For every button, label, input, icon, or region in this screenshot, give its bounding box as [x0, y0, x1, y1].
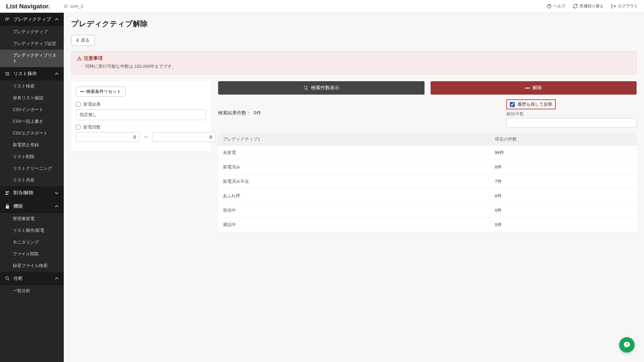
notice-box: 注意事項 同時に実行可能な件数は 100,000件までです。: [71, 51, 637, 74]
row-count: 94件: [490, 146, 637, 160]
sidebar-section-head[interactable]: 機能: [0, 200, 64, 213]
main-content: プレディクティブ解除 戻る 注意事項 同時に実行可能な件数は 100,000件ま…: [64, 13, 644, 362]
row-count: 0件: [490, 160, 637, 174]
warning-icon: [77, 56, 82, 61]
svg-point-5: [6, 191, 7, 193]
company-name: com_2: [70, 4, 83, 9]
history-checkbox-highlight[interactable]: 履歴も残して反映: [506, 99, 556, 109]
status-table: プレディクティブ1 現在の件数 未架電94件架電済み0件架電済み不在7件あふれ呼…: [218, 133, 637, 232]
sidebar-item[interactable]: CSVインポート: [0, 104, 64, 116]
call-result-checkbox[interactable]: [76, 102, 81, 107]
svg-rect-3: [5, 73, 9, 74]
table-row: 発信中0件: [218, 203, 637, 218]
call-result-checkbox-label[interactable]: 架電結果: [76, 101, 206, 107]
minus-icon: [80, 90, 84, 94]
result-panel: 検索件数表示 解除 検索結果件数： 0件: [218, 81, 637, 232]
sidebar-item[interactable]: 架電禁止登録: [0, 139, 64, 151]
sidebar-item[interactable]: リスト共有: [0, 174, 64, 186]
release-button[interactable]: 解除: [431, 81, 637, 95]
sidebar-item[interactable]: 管理者架電: [0, 213, 64, 225]
sidebar: プレディクティブプレディクティブプレディクティブ設定プレディクティブリストリスト…: [0, 13, 64, 362]
search-count-button[interactable]: 検索件数表示: [218, 81, 425, 95]
row-name: 通話中: [218, 218, 490, 232]
table-header-count: 現在の件数: [490, 133, 637, 146]
row-count: 0件: [490, 203, 637, 218]
chevron-down-icon: [54, 191, 59, 195]
call-result-select[interactable]: 指定無し: [76, 109, 206, 120]
table-row: 架電済み0件: [218, 160, 637, 174]
section-icon: [5, 204, 10, 209]
cube-icon: [63, 4, 68, 9]
section-icon: [5, 71, 10, 76]
sidebar-item[interactable]: 録音ファイル検索: [0, 260, 64, 272]
sidebar-item[interactable]: リスト製作/架電: [0, 225, 64, 237]
company-selector[interactable]: com_2: [63, 4, 83, 9]
range-to-input[interactable]: [152, 132, 216, 142]
svg-rect-2: [5, 72, 9, 72]
table-row: 未架電94件: [218, 146, 637, 160]
table-row: 通話中0件: [218, 218, 637, 232]
search-panel: 検索条件リセット 架電結果 指定無し 架電回数: [71, 81, 211, 151]
sidebar-item[interactable]: リスト削除: [0, 151, 64, 163]
sidebar-section-head[interactable]: リスト操作: [0, 67, 64, 81]
svg-rect-4: [5, 75, 9, 75]
help-icon: [547, 4, 552, 9]
row-name: 架電済み不在: [218, 174, 490, 189]
sidebar-item[interactable]: プレディクティブ: [0, 26, 64, 38]
row-count: 7件: [490, 174, 637, 189]
header-bar: List Navigator. com_2 ヘルプ 所属切り替え ログアウト: [0, 0, 644, 13]
reset-button[interactable]: 検索条件リセット: [76, 87, 126, 97]
sidebar-item[interactable]: CSVエクスポート: [0, 127, 64, 139]
sidebar-item[interactable]: CSV一括上書き: [0, 116, 64, 127]
sidebar-item[interactable]: 一覧分析: [0, 285, 64, 297]
row-name: 発信中: [218, 203, 490, 218]
sidebar-item[interactable]: 保有リスト確認: [0, 92, 64, 104]
sidebar-item[interactable]: ファイル閲覧: [0, 248, 64, 260]
release-count-input[interactable]: [506, 118, 637, 128]
app-logo: List Navigator.: [6, 3, 50, 10]
back-button[interactable]: 戻る: [71, 35, 95, 46]
sidebar-item[interactable]: リストクリーニング: [0, 163, 64, 174]
svg-point-1: [7, 19, 8, 20]
sidebar-item[interactable]: プレディクティブリスト: [0, 50, 64, 67]
switch-link[interactable]: 所属切り替え: [573, 3, 604, 9]
table-row: あふれ呼0件: [218, 189, 637, 203]
row-name: 架電済み: [218, 160, 490, 174]
chat-help-icon: [623, 341, 631, 349]
section-icon: [5, 17, 10, 22]
help-link[interactable]: ヘルプ: [547, 3, 565, 9]
table-header-name: プレディクティブ1: [218, 133, 490, 146]
range-separator: 〜: [144, 134, 148, 140]
row-count: 0件: [490, 218, 637, 232]
table-row: 架電済み不在7件: [218, 174, 637, 189]
section-icon: [5, 276, 10, 281]
chevron-left-icon: [76, 38, 80, 42]
call-count-checkbox[interactable]: [76, 125, 81, 130]
minus-icon: [525, 86, 530, 91]
row-name: あふれ呼: [218, 189, 490, 203]
svg-rect-9: [525, 88, 530, 89]
chevron-up-icon: [54, 17, 59, 22]
sidebar-item[interactable]: リスト検索: [0, 81, 64, 92]
logout-icon: [611, 4, 616, 9]
notice-body: 同時に実行可能な件数は 100,000件までです。: [77, 63, 631, 69]
sidebar-section-head[interactable]: 分析: [0, 272, 64, 285]
result-count: 検索結果件数： 0件: [218, 99, 261, 116]
help-fab[interactable]: [619, 337, 635, 353]
page-title: プレディクティブ解除: [71, 19, 637, 29]
sidebar-section-head[interactable]: プレディクティブ: [0, 13, 64, 26]
history-checkbox[interactable]: [510, 102, 515, 107]
chevron-up-icon: [54, 276, 59, 281]
sidebar-section-head[interactable]: 割当/解除: [0, 186, 64, 200]
chevron-up-icon: [54, 204, 59, 209]
notice-title: 注意事項: [77, 55, 631, 61]
search-icon: [303, 86, 308, 91]
row-count: 0件: [490, 189, 637, 203]
chevron-up-icon: [54, 71, 59, 76]
logout-link[interactable]: ログアウト: [611, 3, 638, 9]
call-count-checkbox-label[interactable]: 架電回数: [76, 124, 206, 130]
range-from-input[interactable]: [76, 132, 140, 142]
release-count-label: 解除件数: [506, 111, 637, 117]
sidebar-item[interactable]: プレディクティブ設定: [0, 38, 64, 50]
sidebar-item[interactable]: モニタリング: [0, 237, 64, 248]
